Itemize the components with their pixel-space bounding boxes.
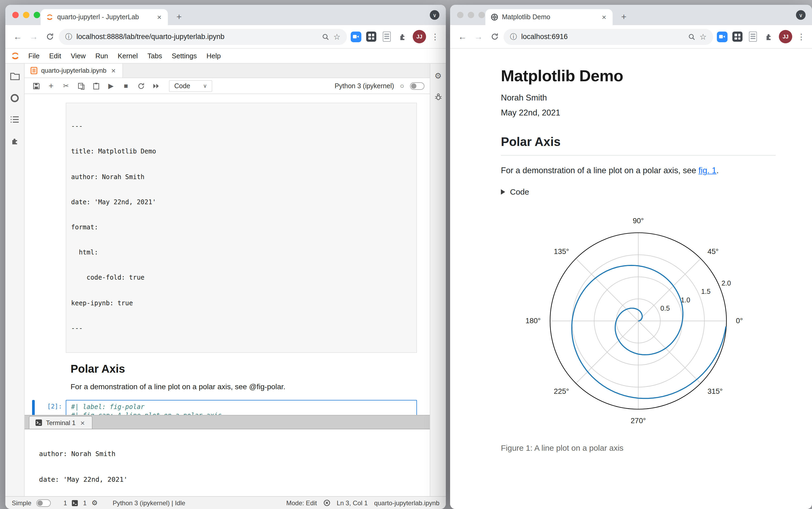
menu-settings[interactable]: Settings [167,52,202,60]
site-info-icon[interactable]: ⓘ [510,32,517,41]
extensions-puzzle-icon[interactable] [763,31,774,42]
table-of-contents-icon[interactable] [10,115,19,124]
restart-run-all-icon[interactable] [150,80,162,92]
bookmark-star-icon[interactable]: ☆ [700,32,707,41]
menu-kernel[interactable]: Kernel [113,52,142,60]
code-fold-toggle[interactable]: Code [501,187,776,196]
close-terminal-tab-icon[interactable]: × [79,419,86,427]
tab-search-button[interactable]: ∨ [796,10,806,20]
profile-avatar[interactable]: JJ [779,30,792,43]
simple-mode-toggle[interactable] [36,499,50,507]
close-window-button[interactable] [457,12,463,18]
address-bar[interactable]: ⓘ localhost:6916 ☆ [503,29,713,45]
running-sessions-icon[interactable] [10,94,19,103]
svg-text:2.0: 2.0 [721,279,731,287]
zoom-camera-extension-icon[interactable] [716,31,728,42]
cell-collapser[interactable] [32,400,35,415]
svg-text:1.0: 1.0 [681,296,690,304]
browser-menu-icon[interactable]: ⋮ [430,32,440,41]
tab-search-button[interactable]: ∨ [430,10,439,20]
cell-type-select[interactable]: Code ∨ [169,80,212,92]
menu-help[interactable]: Help [202,52,225,60]
raw-cell-editor[interactable]: --- title: Matplotlib Demo author: Norah… [66,103,417,353]
bookmark-star-icon[interactable]: ☆ [333,32,341,41]
kernel-indicator: Python 3 (ipykernel) ○ [334,82,424,90]
site-info-icon[interactable]: ⓘ [65,32,72,41]
zoom-window-button[interactable] [479,12,485,18]
zoom-window-button[interactable] [34,12,40,18]
minimize-window-button[interactable] [23,12,29,18]
document-author: Norah Smith [501,93,776,103]
grid-extension-icon[interactable] [732,31,743,42]
reload-icon[interactable] [43,30,57,43]
cut-cells-icon[interactable]: ✂ [60,80,72,92]
save-icon[interactable] [30,80,42,92]
markdown-cell[interactable]: Polar Axis For a demonstration of a line… [32,353,417,391]
new-tab-button[interactable]: + [172,10,186,24]
terminal-count[interactable]: 1 [63,499,67,507]
notebook-content[interactable]: --- title: Matplotlib Demo author: Norah… [25,94,430,415]
notebook-tab[interactable]: quarto-jupyterlab.ipynb × [25,64,123,77]
add-cell-icon[interactable]: + [45,80,57,92]
reload-icon[interactable] [488,30,501,43]
minimize-window-button[interactable] [468,12,474,18]
grid-extension-icon[interactable] [366,31,377,42]
raw-line: html: [71,249,412,257]
kernel-count[interactable]: 1 [83,499,86,507]
address-bar[interactable]: ⓘ localhost:8888/lab/tree/quarto-jupyter… [59,29,347,45]
extensions-puzzle-icon[interactable] [397,31,408,42]
jupyterlab-menubar: File Edit View Run Kernel Tabs Settings … [5,49,446,64]
property-inspector-gear-icon[interactable]: ⚙ [434,71,442,81]
run-cell-icon[interactable]: ▶ [105,80,117,92]
forward-icon[interactable]: → [27,30,41,43]
terminal-line: author: Norah Smith [31,450,423,458]
copy-cells-icon[interactable] [75,80,87,92]
notebook-mode[interactable]: Mode: Edit [286,499,317,507]
cell-collapser[interactable] [32,353,35,391]
browser-menu-icon[interactable]: ⋮ [796,32,807,41]
paste-cells-icon[interactable] [90,80,102,92]
close-window-button[interactable] [12,12,19,18]
kernel-name[interactable]: Python 3 (ipykernel) [334,82,394,90]
terminal-output[interactable]: author: Norah Smith date: 'May 22nd, 202… [25,429,430,496]
svg-text:135°: 135° [554,247,569,256]
new-tab-button[interactable]: + [617,10,631,24]
back-icon[interactable]: ← [11,30,25,43]
menu-view[interactable]: View [66,52,91,60]
profile-avatar[interactable]: JJ [413,30,426,43]
close-tab-icon[interactable]: × [601,13,607,21]
figure-link[interactable]: fig. 1 [698,166,716,175]
close-tab-icon[interactable]: × [156,13,163,21]
kernel-count-icon[interactable]: ⚙ [92,499,98,507]
file-browser-icon[interactable] [10,72,20,81]
cursor-position[interactable]: Ln 3, Col 1 [337,499,368,507]
cell-collapser[interactable] [32,103,35,353]
menu-tabs[interactable]: Tabs [143,52,167,60]
forward-icon[interactable]: → [471,30,485,43]
browser-tab[interactable]: Matplotlib Demo × [485,9,612,25]
page-extension-icon[interactable] [381,31,392,42]
menu-run[interactable]: Run [91,52,113,60]
rendered-document[interactable]: Matplotlib Demo Norah Smith May 22nd, 20… [450,49,812,509]
menu-edit[interactable]: Edit [44,52,66,60]
toolbar-toggle[interactable] [410,82,424,90]
zoom-camera-extension-icon[interactable] [350,31,361,42]
browser-tab[interactable]: quarto-jupyterl - JupyterLab × [41,9,168,25]
raw-cell[interactable]: --- title: Matplotlib Demo author: Norah… [32,103,417,353]
zoom-level-icon[interactable] [322,33,329,40]
close-notebook-tab-icon[interactable]: × [110,67,116,74]
page-extension-icon[interactable] [747,31,758,42]
code-cell-editor[interactable]: #| label: fig-polar#| fig.cap: A line pl… [66,400,417,415]
extension-manager-puzzle-icon[interactable] [10,136,19,145]
menu-file[interactable]: File [24,52,44,60]
terminal-tab[interactable]: Terminal 1 × [29,416,92,429]
terminal-count-icon[interactable] [72,500,78,506]
interrupt-kernel-icon[interactable]: ■ [120,80,132,92]
zoom-level-icon[interactable] [688,33,695,40]
kernel-status-text[interactable]: Python 3 (ipykernel) | Idle [112,499,185,507]
debugger-bug-icon[interactable] [434,93,442,101]
code-cell[interactable]: [2]: #| label: fig-polar#| fig.cap: A li… [32,400,417,415]
svg-text:45°: 45° [707,247,719,256]
back-icon[interactable]: ← [455,30,469,43]
restart-kernel-icon[interactable] [135,80,147,92]
